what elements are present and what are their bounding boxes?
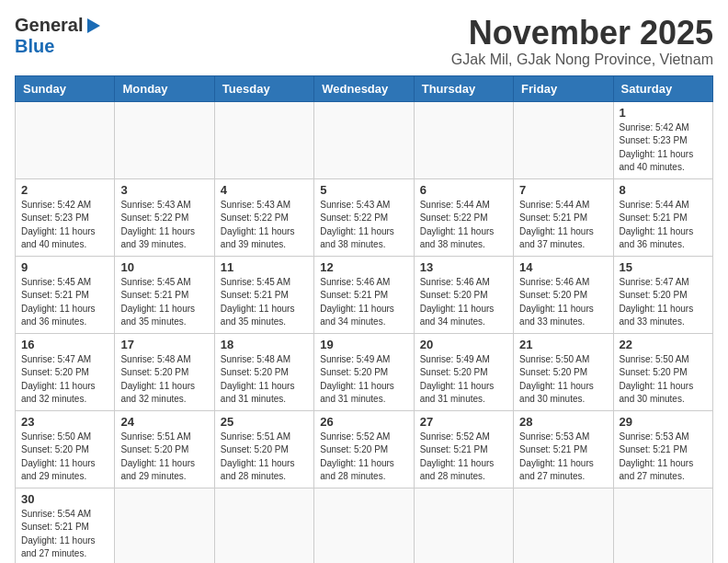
day-number: 2 — [21, 183, 108, 197]
table-row — [414, 488, 513, 563]
day-number: 27 — [420, 415, 507, 429]
logo-blue-part: Blue — [15, 36, 54, 56]
day-info: Sunrise: 5:44 AMSunset: 5:21 PMDaylight:… — [620, 200, 694, 250]
day-number: 17 — [120, 338, 208, 351]
day-number: 15 — [620, 260, 707, 274]
table-row: 25 Sunrise: 5:51 AMSunset: 5:20 PMDaylig… — [214, 410, 313, 488]
day-number: 3 — [120, 183, 208, 197]
day-info: Sunrise: 5:46 AMSunset: 5:20 PMDaylight:… — [420, 277, 495, 327]
day-info: Sunrise: 5:46 AMSunset: 5:20 PMDaylight:… — [519, 277, 594, 327]
day-info: Sunrise: 5:44 AMSunset: 5:22 PMDaylight:… — [420, 200, 495, 250]
table-row: 12 Sunrise: 5:46 AMSunset: 5:21 PMDaylig… — [314, 256, 414, 333]
table-row — [514, 101, 613, 178]
title-section: November 2025 GJak Mil, GJak Nong Provin… — [451, 15, 713, 68]
day-info: Sunrise: 5:51 AMSunset: 5:20 PMDaylight:… — [221, 431, 295, 482]
day-info: Sunrise: 5:52 AMSunset: 5:21 PMDaylight:… — [420, 431, 495, 482]
day-number: 4 — [221, 183, 308, 197]
day-number: 10 — [120, 260, 208, 274]
table-row — [314, 488, 414, 563]
table-row: 10 Sunrise: 5:45 AMSunset: 5:21 PMDaylig… — [115, 256, 214, 333]
day-info: Sunrise: 5:47 AMSunset: 5:20 PMDaylight:… — [620, 277, 694, 327]
header-tuesday: Tuesday — [214, 75, 313, 101]
table-row: 4 Sunrise: 5:43 AMSunset: 5:22 PMDayligh… — [214, 178, 313, 256]
table-row: 22 Sunrise: 5:50 AMSunset: 5:20 PMDaylig… — [613, 333, 712, 410]
day-info: Sunrise: 5:52 AMSunset: 5:20 PMDaylight:… — [320, 431, 394, 482]
day-number: 6 — [420, 183, 507, 197]
day-info: Sunrise: 5:46 AMSunset: 5:21 PMDaylight:… — [320, 277, 394, 327]
location-title: GJak Mil, GJak Nong Province, Vietnam — [451, 52, 713, 68]
day-number: 11 — [221, 260, 308, 274]
day-number: 16 — [21, 338, 108, 351]
table-row — [214, 101, 313, 178]
table-row — [115, 101, 214, 178]
table-row — [613, 488, 712, 563]
day-number: 28 — [519, 415, 607, 429]
calendar-row: 16 Sunrise: 5:47 AMSunset: 5:20 PMDaylig… — [16, 333, 713, 410]
day-number: 7 — [519, 183, 607, 197]
calendar-row: 2 Sunrise: 5:42 AMSunset: 5:23 PMDayligh… — [16, 178, 713, 256]
day-info: Sunrise: 5:49 AMSunset: 5:20 PMDaylight:… — [420, 354, 495, 405]
table-row: 17 Sunrise: 5:48 AMSunset: 5:20 PMDaylig… — [115, 333, 214, 410]
table-row: 16 Sunrise: 5:47 AMSunset: 5:20 PMDaylig… — [16, 333, 115, 410]
calendar-row: 1 Sunrise: 5:42 AMSunset: 5:23 PMDayligh… — [16, 101, 713, 178]
table-row: 18 Sunrise: 5:48 AMSunset: 5:20 PMDaylig… — [214, 333, 313, 410]
day-number: 19 — [320, 338, 407, 351]
logo-arrow — [85, 16, 103, 36]
day-number: 8 — [620, 183, 707, 197]
table-row: 3 Sunrise: 5:43 AMSunset: 5:22 PMDayligh… — [115, 178, 214, 256]
day-info: Sunrise: 5:51 AMSunset: 5:20 PMDaylight:… — [120, 431, 195, 482]
table-row: 9 Sunrise: 5:45 AMSunset: 5:21 PMDayligh… — [16, 256, 115, 333]
day-number: 12 — [320, 260, 407, 274]
table-row — [314, 101, 414, 178]
day-info: Sunrise: 5:43 AMSunset: 5:22 PMDaylight:… — [120, 200, 195, 250]
table-row: 27 Sunrise: 5:52 AMSunset: 5:21 PMDaylig… — [414, 410, 513, 488]
table-row: 20 Sunrise: 5:49 AMSunset: 5:20 PMDaylig… — [414, 333, 513, 410]
table-row — [16, 101, 115, 178]
table-row — [115, 488, 214, 563]
table-row — [414, 101, 513, 178]
day-info: Sunrise: 5:44 AMSunset: 5:21 PMDaylight:… — [519, 200, 594, 250]
day-info: Sunrise: 5:43 AMSunset: 5:22 PMDaylight:… — [320, 200, 394, 250]
day-info: Sunrise: 5:50 AMSunset: 5:20 PMDaylight:… — [519, 354, 594, 405]
day-number: 5 — [320, 183, 407, 197]
table-row: 29 Sunrise: 5:53 AMSunset: 5:21 PMDaylig… — [613, 410, 712, 488]
table-row: 26 Sunrise: 5:52 AMSunset: 5:20 PMDaylig… — [314, 410, 414, 488]
day-info: Sunrise: 5:45 AMSunset: 5:21 PMDaylight:… — [221, 277, 295, 327]
table-row: 28 Sunrise: 5:53 AMSunset: 5:21 PMDaylig… — [514, 410, 613, 488]
day-number: 24 — [120, 415, 208, 429]
weekday-header-row: Sunday Monday Tuesday Wednesday Thursday… — [16, 75, 713, 101]
day-info: Sunrise: 5:48 AMSunset: 5:20 PMDaylight:… — [120, 354, 195, 405]
day-info: Sunrise: 5:43 AMSunset: 5:22 PMDaylight:… — [221, 200, 295, 250]
day-info: Sunrise: 5:42 AMSunset: 5:23 PMDaylight:… — [21, 200, 96, 250]
day-number: 9 — [21, 260, 108, 274]
table-row — [214, 488, 313, 563]
logo-general-part: General — [15, 15, 83, 36]
table-row: 24 Sunrise: 5:51 AMSunset: 5:20 PMDaylig… — [115, 410, 214, 488]
table-row: 30 Sunrise: 5:54 AMSunset: 5:21 PMDaylig… — [16, 488, 115, 563]
calendar-table: Sunday Monday Tuesday Wednesday Thursday… — [15, 75, 713, 563]
day-info: Sunrise: 5:53 AMSunset: 5:21 PMDaylight:… — [519, 431, 594, 482]
day-number: 29 — [620, 415, 707, 429]
day-number: 18 — [221, 338, 308, 351]
table-row: 23 Sunrise: 5:50 AMSunset: 5:20 PMDaylig… — [16, 410, 115, 488]
calendar-row: 9 Sunrise: 5:45 AMSunset: 5:21 PMDayligh… — [16, 256, 713, 333]
day-info: Sunrise: 5:50 AMSunset: 5:20 PMDaylight:… — [21, 431, 96, 482]
table-row: 5 Sunrise: 5:43 AMSunset: 5:22 PMDayligh… — [314, 178, 414, 256]
header-wednesday: Wednesday — [314, 75, 414, 101]
calendar-row: 23 Sunrise: 5:50 AMSunset: 5:20 PMDaylig… — [16, 410, 713, 488]
day-info: Sunrise: 5:53 AMSunset: 5:21 PMDaylight:… — [620, 431, 694, 482]
day-number: 1 — [620, 106, 707, 120]
day-info: Sunrise: 5:45 AMSunset: 5:21 PMDaylight:… — [120, 277, 195, 327]
table-row: 8 Sunrise: 5:44 AMSunset: 5:21 PMDayligh… — [613, 178, 712, 256]
table-row: 6 Sunrise: 5:44 AMSunset: 5:22 PMDayligh… — [414, 178, 513, 256]
day-info: Sunrise: 5:54 AMSunset: 5:21 PMDaylight:… — [21, 509, 96, 559]
table-row: 13 Sunrise: 5:46 AMSunset: 5:20 PMDaylig… — [414, 256, 513, 333]
day-number: 22 — [620, 338, 707, 351]
header-monday: Monday — [115, 75, 214, 101]
table-row: 2 Sunrise: 5:42 AMSunset: 5:23 PMDayligh… — [16, 178, 115, 256]
header-saturday: Saturday — [613, 75, 712, 101]
table-row: 15 Sunrise: 5:47 AMSunset: 5:20 PMDaylig… — [613, 256, 712, 333]
table-row — [514, 488, 613, 563]
day-number: 20 — [420, 338, 507, 351]
table-row: 1 Sunrise: 5:42 AMSunset: 5:23 PMDayligh… — [613, 101, 712, 178]
